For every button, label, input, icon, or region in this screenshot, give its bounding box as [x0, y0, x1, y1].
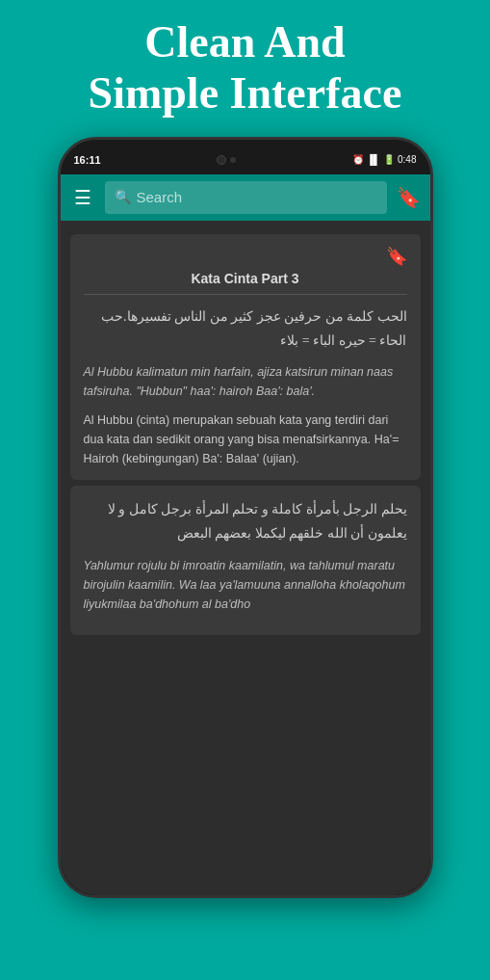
- card-2-arabic: يحلم الرجل بأمرأة كاملة و تحلم المرأة بر…: [84, 497, 407, 545]
- card-2-italic: Yahlumur rojulu bi imroatin kaamilatin, …: [84, 556, 407, 614]
- phone-notch: 16:11 ⏰ ▐▌ 🔋 0:48: [61, 140, 430, 174]
- app-header: Clean And Simple Interface: [0, 0, 490, 137]
- phone-frame: 16:11 ⏰ ▐▌ 🔋 0:48 ☰ 🔍 Search 🔖: [58, 137, 433, 898]
- content-area[interactable]: 🔖 Kata Cinta Part 3 الحب كلمة من حرفين ع…: [61, 221, 430, 895]
- card-1-normal: Al Hubbu (cinta) merupakan sebuah kata y…: [84, 411, 407, 468]
- card-1-italic: Al Hubbu kalimatun min harfain, ajiza ka…: [84, 362, 407, 401]
- search-bar[interactable]: 🔍 Search: [105, 181, 387, 214]
- status-icons: ⏰ ▐▌ 🔋 0:48: [352, 154, 417, 165]
- phone-screen: ☰ 🔍 Search 🔖 🔖 Kata Cinta Part 3 الحب كل…: [61, 174, 430, 895]
- card-1-header: 🔖: [84, 246, 407, 267]
- toolbar-bookmark-icon[interactable]: 🔖: [397, 186, 421, 209]
- card-1: 🔖 Kata Cinta Part 3 الحب كلمة من حرفين ع…: [70, 234, 421, 480]
- battery-percent: 0:48: [398, 154, 416, 165]
- search-icon: 🔍: [115, 189, 131, 205]
- header-title-line1: Clean And: [144, 17, 345, 66]
- card-1-title: Kata Cinta Part 3: [84, 271, 407, 295]
- battery-icon: 🔋: [383, 154, 395, 165]
- alarm-icon: ⏰: [352, 154, 364, 165]
- hamburger-button[interactable]: ☰: [70, 182, 95, 213]
- card-1-bookmark-icon[interactable]: 🔖: [386, 246, 407, 267]
- toolbar: ☰ 🔍 Search 🔖: [61, 174, 430, 221]
- signal-icon: ▐▌: [367, 154, 380, 165]
- camera-lens: [217, 155, 226, 165]
- camera-area: [197, 149, 255, 171]
- camera-sensor: [230, 157, 236, 163]
- status-time: 16:11: [74, 154, 101, 166]
- search-placeholder: Search: [137, 189, 183, 205]
- header-title-line2: Simple Interface: [89, 68, 402, 118]
- card-2: يحلم الرجل بأمرأة كاملة و تحلم المرأة بر…: [70, 486, 421, 634]
- card-1-arabic: الحب كلمة من حرفين عجز كثير من الناس تفس…: [84, 305, 407, 353]
- header-title: Clean And Simple Interface: [39, 17, 451, 119]
